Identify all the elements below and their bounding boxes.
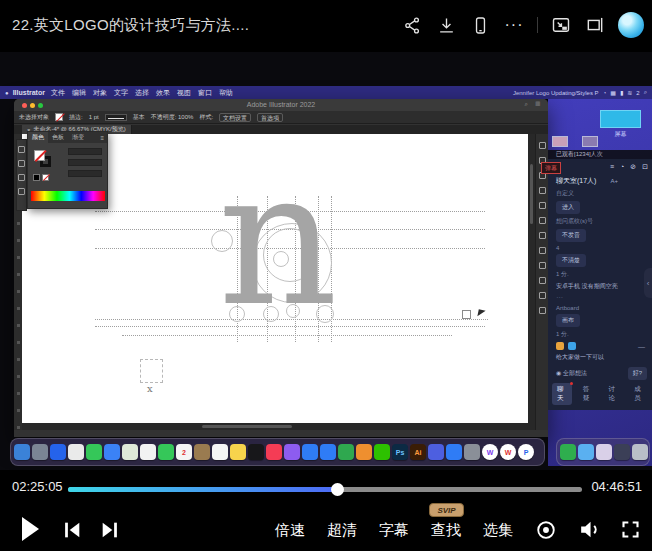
gradient-panel-icon[interactable] bbox=[18, 174, 25, 181]
chat-message[interactable]: 进入 bbox=[556, 201, 580, 214]
history-panel-icon[interactable] bbox=[18, 188, 25, 195]
chat-message[interactable]: 安卓手机 没有期间空亮 bbox=[556, 282, 647, 291]
font-size-badge[interactable]: A+ bbox=[610, 178, 618, 184]
chat-tab-成员[interactable]: 成员 bbox=[629, 383, 649, 405]
panel-dock-icon[interactable] bbox=[539, 292, 546, 299]
dock-icon-window-thumb-2[interactable] bbox=[614, 444, 630, 460]
chat-message-list[interactable]: 自定义进入想问底纹(s)号不发音4不清楚1 分.安卓手机 没有期间空亮⋯Artb… bbox=[556, 189, 647, 362]
dock-icon-messages[interactable] bbox=[86, 444, 102, 460]
brush-value[interactable]: 基本 bbox=[133, 113, 145, 122]
window-thumbnail[interactable] bbox=[552, 136, 568, 147]
color-panel-tab[interactable]: 渐变 bbox=[68, 132, 88, 143]
control-button-字幕[interactable]: 字幕 bbox=[377, 521, 411, 540]
collapse-sidebar-button[interactable]: ‹ bbox=[644, 268, 652, 298]
menu-icon[interactable]: ≡ bbox=[610, 163, 614, 171]
chat-message[interactable]: Artboard bbox=[556, 305, 647, 311]
document-setup-button[interactable]: 文档设置 bbox=[219, 113, 251, 122]
share-icon[interactable] bbox=[401, 14, 423, 36]
more-icon[interactable]: ··· bbox=[503, 14, 525, 36]
menu-item[interactable]: 文字 bbox=[114, 88, 128, 98]
menu-item[interactable]: 编辑 bbox=[72, 88, 86, 98]
panel-dock-icon[interactable] bbox=[539, 262, 546, 269]
progress-handle[interactable] bbox=[331, 483, 344, 496]
dock-icon-reminders[interactable] bbox=[212, 444, 228, 460]
dock-icon-keynote[interactable] bbox=[320, 444, 336, 460]
next-episode-button[interactable] bbox=[99, 519, 121, 541]
mobile-icon[interactable] bbox=[469, 14, 491, 36]
vertical-scrollbar[interactable] bbox=[528, 134, 535, 430]
dock-icon-music[interactable] bbox=[266, 444, 282, 460]
fill-swatch[interactable] bbox=[55, 113, 63, 121]
dock-icon-notes[interactable] bbox=[230, 444, 246, 460]
horizontal-scrollbar[interactable] bbox=[22, 423, 528, 430]
dock-icon-podcasts[interactable] bbox=[284, 444, 300, 460]
dock-icon-window-thumb-1[interactable] bbox=[596, 444, 612, 460]
dock-icon-folder-brown[interactable] bbox=[194, 444, 210, 460]
chat-message[interactable]: 不清楚 bbox=[556, 254, 586, 267]
color-slider[interactable] bbox=[68, 170, 102, 177]
volume-icon[interactable] bbox=[577, 517, 602, 546]
ai-panel-dock[interactable] bbox=[535, 134, 548, 430]
help-icon[interactable]: ◔ bbox=[620, 163, 624, 171]
dock-icon-photos[interactable] bbox=[140, 444, 156, 460]
dock-icon-mail[interactable] bbox=[104, 444, 120, 460]
menu-item[interactable]: 文件 bbox=[51, 88, 65, 98]
pip-icon[interactable] bbox=[550, 14, 572, 36]
dock-icon-pages[interactable] bbox=[356, 444, 372, 460]
user-avatar[interactable] bbox=[618, 12, 644, 38]
panel-dock-icon[interactable] bbox=[539, 217, 546, 224]
chat-message[interactable]: 给大家做一下可以 bbox=[556, 353, 647, 362]
dock-icon-trash[interactable] bbox=[632, 444, 648, 460]
fullscreen-icon[interactable] bbox=[620, 519, 641, 544]
dock-icon-wps[interactable]: W bbox=[500, 444, 516, 460]
panel-dock-icon[interactable] bbox=[539, 142, 546, 149]
opacity-field[interactable]: 不透明度: 100% bbox=[151, 113, 194, 122]
color-spectrum-bar[interactable] bbox=[31, 191, 105, 201]
dock-icon-creative-cloud[interactable] bbox=[428, 444, 444, 460]
stroke-style-dropdown[interactable] bbox=[105, 114, 127, 121]
preferences-button[interactable]: 首选项 bbox=[257, 113, 283, 122]
dock-icon-chrome[interactable] bbox=[68, 444, 84, 460]
progress-bar[interactable] bbox=[68, 487, 582, 492]
panel-dock-icon[interactable] bbox=[539, 187, 546, 194]
video-frame[interactable]: ● Illustrator 文件编辑对象文字选择效果视图窗口帮助 Jennife… bbox=[0, 52, 652, 470]
dock-icon-launchpad[interactable] bbox=[32, 444, 48, 460]
record-mode-icon[interactable] bbox=[535, 519, 557, 545]
dock-icon-stats[interactable] bbox=[338, 444, 354, 460]
control-button-超清[interactable]: 超清 bbox=[325, 521, 359, 540]
dock-icon-settings[interactable] bbox=[464, 444, 480, 460]
stroke-value[interactable]: 1 pt bbox=[89, 114, 99, 120]
panel-dock-icon[interactable] bbox=[539, 202, 546, 209]
swatches-panel-icon[interactable] bbox=[18, 146, 25, 153]
dock-icon-calendar[interactable]: 2 bbox=[176, 444, 192, 460]
danmu-tag[interactable]: 弹幕 bbox=[541, 162, 561, 174]
dock-icon-wechat[interactable] bbox=[374, 444, 390, 460]
color-slider[interactable] bbox=[68, 148, 102, 155]
panel-icon-strip[interactable] bbox=[16, 139, 27, 211]
color-panel-tab[interactable]: 颜色 bbox=[28, 132, 48, 143]
macos-dock-right[interactable] bbox=[556, 438, 650, 466]
block-icon[interactable]: ⊘ bbox=[630, 163, 636, 171]
dock-icon-powerpoint[interactable]: P bbox=[518, 444, 534, 460]
download-icon[interactable] bbox=[435, 14, 457, 36]
play-button[interactable] bbox=[22, 517, 39, 541]
color-slider[interactable] bbox=[68, 159, 102, 166]
black-swatch[interactable] bbox=[33, 174, 40, 181]
dock-icon-finder[interactable] bbox=[14, 444, 30, 460]
dock-icon-safari[interactable] bbox=[50, 444, 66, 460]
dock-icon-downloads-folder[interactable] bbox=[578, 444, 594, 460]
dock-icon-app-store[interactable] bbox=[446, 444, 462, 460]
dock-icon-photo-booth[interactable] bbox=[302, 444, 318, 460]
menu-item[interactable]: 帮助 bbox=[219, 88, 233, 98]
menu-item[interactable]: 对象 bbox=[93, 88, 107, 98]
menu-item[interactable]: 视图 bbox=[177, 88, 191, 98]
image-icon[interactable] bbox=[556, 342, 564, 350]
control-button-选集[interactable]: 选集 bbox=[481, 521, 515, 540]
dock-icon-facetime[interactable] bbox=[158, 444, 174, 460]
dock-icon-apple-tv[interactable] bbox=[248, 444, 264, 460]
menu-item[interactable]: 效果 bbox=[156, 88, 170, 98]
panel-dock-icon[interactable] bbox=[539, 277, 546, 284]
control-button-查找[interactable]: 查找 bbox=[429, 521, 463, 540]
collapse-icon[interactable]: — bbox=[638, 343, 647, 350]
menu-item[interactable]: 选择 bbox=[135, 88, 149, 98]
